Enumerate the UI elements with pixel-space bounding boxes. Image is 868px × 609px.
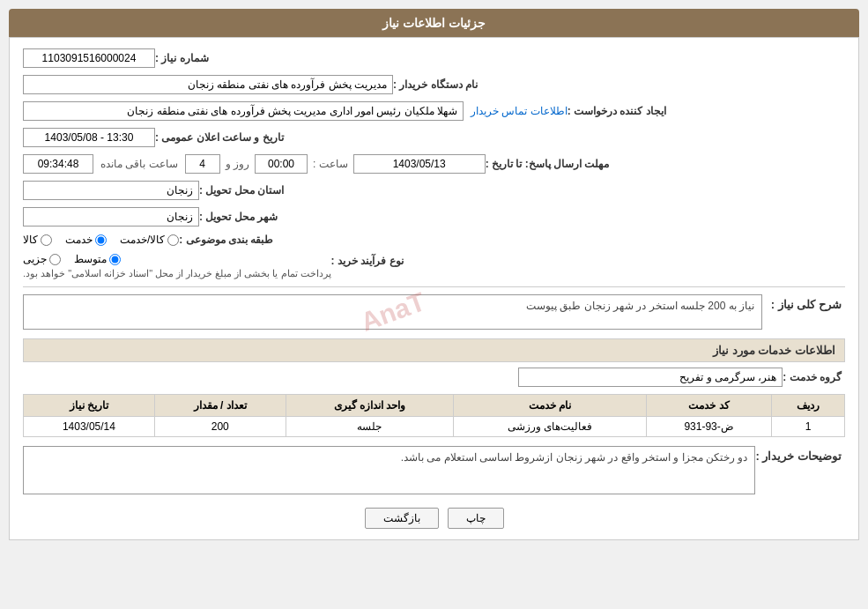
btn-print[interactable]: چاپ — [448, 508, 504, 529]
col-radif: ردیف — [771, 395, 844, 417]
grouh-row: گروه خدمت : هنر، سرگرمی و تفریح — [23, 368, 845, 387]
tosif-box: دو رختکن مجزا و استخر واقع در شهر زنجان … — [23, 446, 755, 494]
bottom-buttons: چاپ بازگشت — [23, 508, 845, 529]
shrah-value: نیاز به 200 جلسه استخر در شهر زنجان طبق … — [526, 300, 754, 312]
grouh-label: گروه خدمت : — [783, 371, 842, 383]
radio-jozi-label: جزیی — [23, 253, 47, 265]
mohlat-saat: 00:00 — [255, 154, 308, 174]
main-header: جزئیات اطلاعات نیاز — [9, 9, 859, 37]
roz-label: روز و — [226, 158, 249, 170]
ijad-row: ایجاد کننده درخواست : اطلاعات تماس خریدا… — [23, 101, 845, 121]
tabaqe-label: طبقه بندی موضوعی : — [179, 234, 273, 246]
tabaqe-row: طبقه بندی موضوعی : کالا/خدمت خدمت کالا — [23, 234, 845, 246]
radio-kala-khadamat-label: کالا/خدمت — [120, 234, 165, 246]
radio-kala[interactable] — [41, 234, 52, 246]
tosif-value: دو رختکن مجزا و استخر واقع در شهر زنجان … — [401, 451, 748, 464]
radio-kala-item: کالا — [23, 234, 52, 246]
col-vahed: واحد اندازه گیری — [286, 395, 454, 417]
namdastgah-row: نام دستگاه خریدار : مدیریت پخش فرآورده ه… — [23, 75, 845, 94]
ostan-value: زنجان — [23, 181, 199, 200]
namdastgah-value: مدیریت پخش فرآورده های نفتی منطقه زنجان — [23, 75, 393, 94]
saat-mande-label: ساعت باقی مانده — [100, 158, 178, 170]
radio-khadamat[interactable] — [95, 234, 107, 246]
page-wrapper: جزئیات اطلاعات نیاز شماره نیاز : 1103091… — [0, 0, 868, 609]
btn-back[interactable]: بازگشت — [365, 508, 439, 529]
radio-jozi-item: جزیی — [23, 253, 61, 265]
header-title: جزئیات اطلاعات نیاز — [382, 16, 486, 30]
ostan-row: استان محل تحویل : زنجان — [23, 181, 845, 200]
roz-value: 4 — [185, 154, 220, 174]
cell-nam: فعالیت‌های ورزشی — [454, 417, 647, 437]
mohlat-date: 1403/05/13 — [353, 154, 486, 174]
services-header: اطلاعات خدمات مورد نیاز — [23, 338, 845, 362]
radio-khadamat-item: خدمت — [65, 234, 107, 246]
cell-code: ض-93-931 — [647, 417, 772, 437]
cell-vahed: جلسه — [286, 417, 454, 437]
tabaqe-radio-group: کالا/خدمت خدمت کالا — [23, 234, 179, 246]
tosif-label: توضیحات خریدار : — [755, 446, 842, 463]
radio-motavasset-label: متوسط — [74, 253, 107, 265]
mohlat-saat-label: ساعت : — [313, 158, 348, 170]
noue-radio-group: متوسط جزیی — [23, 253, 121, 265]
mohlat-row: مهلت ارسال پاسخ: تا تاریخ : 1403/05/13 س… — [23, 154, 845, 174]
divider-1 — [23, 286, 845, 287]
grouh-value: هنر، سرگرمی و تفریح — [518, 368, 783, 387]
noue-label: نوع فرآیند خرید : — [331, 253, 404, 267]
cell-tedad: 200 — [154, 417, 286, 437]
shomara-row: شماره نیاز : 1103091516000024 — [23, 48, 845, 68]
radio-kala-khadamat[interactable] — [167, 234, 179, 246]
shahr-row: شهر محل تحویل : زنجان — [23, 207, 845, 227]
col-code: کد خدمت — [647, 395, 772, 417]
shrah-box: نیاز به 200 جلسه استخر در شهر زنجان طبق … — [23, 294, 762, 330]
services-table: ردیف کد خدمت نام خدمت واحد اندازه گیری ت… — [23, 394, 845, 437]
ijad-value: شهلا ملکیان رئیس امور اداری مدیریت پخش ف… — [23, 101, 464, 121]
cell-radif: 1 — [771, 417, 844, 437]
mohlat-label: مهلت ارسال پاسخ: تا تاریخ : — [486, 158, 610, 170]
shrah-label: شرح کلی نیاز : — [762, 294, 842, 311]
ijad-label: ایجاد کننده درخواست : — [568, 105, 666, 117]
cell-tarikh: 1403/05/14 — [24, 417, 155, 437]
radio-motavasset-item: متوسط — [74, 253, 121, 265]
radio-motavasset[interactable] — [109, 254, 121, 265]
radio-kala-label: کالا — [23, 234, 38, 246]
noue-desc: پرداخت تمام یا بخشی از مبلغ خریدار از مح… — [23, 268, 331, 279]
shomara-value: 1103091516000024 — [23, 48, 155, 68]
tarikh-value: 1403/05/08 - 13:30 — [23, 128, 155, 147]
radio-khadamat-label: خدمت — [65, 234, 93, 246]
shomara-label: شماره نیاز : — [155, 52, 209, 64]
noue-row: نوع فرآیند خرید : متوسط جزیی پرداخت تمام… — [23, 253, 845, 279]
ostan-label: استان محل تحویل : — [199, 184, 284, 197]
col-tedad: تعداد / مقدار — [154, 395, 286, 417]
tosif-row: توضیحات خریدار : دو رختکن مجزا و استخر و… — [23, 446, 845, 494]
tarikh-label: تاریخ و ساعت اعلان عمومی : — [155, 131, 284, 144]
table-row: 1ض-93-931فعالیت‌های ورزشیجلسه2001403/05/… — [24, 417, 845, 437]
tarikh-row: تاریخ و ساعت اعلان عمومی : 1403/05/08 - … — [23, 128, 845, 147]
shahr-label: شهر محل تحویل : — [199, 211, 278, 223]
col-nam: نام خدمت — [454, 395, 647, 417]
saat-mande-value: 09:34:48 — [23, 154, 93, 174]
watermark: AnaT — [356, 286, 428, 338]
content-box: شماره نیاز : 1103091516000024 نام دستگاه… — [9, 37, 859, 540]
shahr-value: زنجان — [23, 207, 199, 227]
contact-link[interactable]: اطلاعات تماس خریدار — [471, 105, 568, 117]
radio-jozi[interactable] — [49, 254, 61, 265]
namdastgah-label: نام دستگاه خریدار : — [393, 78, 478, 91]
shrah-row: شرح کلی نیاز : نیاز به 200 جلسه استخر در… — [23, 294, 845, 330]
radio-kala-khadamat-item: کالا/خدمت — [120, 234, 179, 246]
col-tarikh: تاریخ نیاز — [24, 395, 155, 417]
